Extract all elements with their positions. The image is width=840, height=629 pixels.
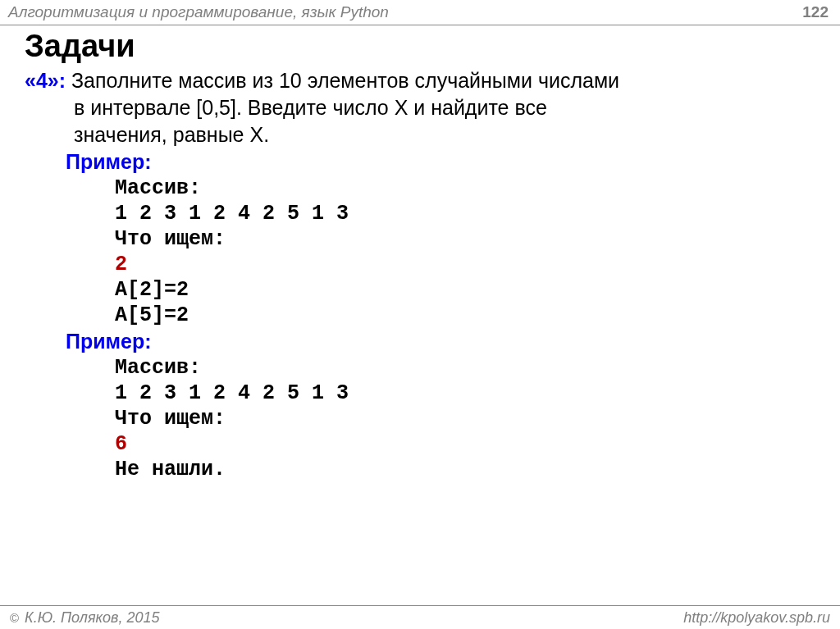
example-1-heading: Пример: bbox=[25, 148, 815, 175]
copyright-icon: © bbox=[10, 611, 19, 625]
example-2-line-5: Не нашли. bbox=[25, 457, 815, 482]
example-2-line-3: Что ищем: bbox=[25, 406, 815, 431]
page-title: Задачи bbox=[25, 29, 815, 64]
example-2-input: 6 bbox=[115, 432, 127, 456]
content-area: Задачи «4»: Заполните массив из 10 элеме… bbox=[0, 25, 840, 482]
example-1-line-1: Массив: bbox=[25, 175, 815, 201]
example-2-line-1: Массив: bbox=[25, 355, 815, 381]
example-1-line-5: A[2]=2 bbox=[25, 277, 815, 303]
footer-copyright: © К.Ю. Поляков, 2015 bbox=[10, 609, 159, 627]
task-line-2: в интервале [0,5]. Введите число X и най… bbox=[25, 94, 815, 121]
example-2-line-2: 1 2 3 1 2 4 2 5 1 3 bbox=[25, 381, 815, 406]
footer-url: http://kpolyakov.spb.ru bbox=[683, 609, 830, 627]
example-1-line-3: Что ищем: bbox=[25, 226, 815, 252]
example-1-line-2: 1 2 3 1 2 4 2 5 1 3 bbox=[25, 201, 815, 226]
grade-label: «4»: bbox=[25, 69, 66, 92]
task-line-1: «4»: Заполните массив из 10 элементов сл… bbox=[25, 67, 815, 94]
task-line-3: значения, равные X. bbox=[25, 121, 815, 148]
example-2-label: Пример: bbox=[66, 330, 152, 353]
task-text-1: Заполните массив из 10 элементов случайн… bbox=[66, 69, 619, 92]
example-2-heading: Пример: bbox=[25, 328, 815, 355]
task-text-2: в интервале [0,5]. Введите число X и най… bbox=[74, 96, 547, 119]
page-number: 122 bbox=[802, 3, 829, 21]
example-1-input: 2 bbox=[115, 253, 127, 276]
header-bar: Алгоритмизация и программирование, язык … bbox=[0, 0, 840, 25]
header-title: Алгоритмизация и программирование, язык … bbox=[8, 3, 389, 21]
example-1-line-6: A[5]=2 bbox=[25, 303, 815, 328]
footer-bar: © К.Ю. Поляков, 2015 http://kpolyakov.sp… bbox=[0, 605, 840, 629]
task-text-3: значения, равные X. bbox=[74, 123, 269, 146]
example-1-line-4: 2 bbox=[25, 252, 815, 277]
footer-copyright-text: К.Ю. Поляков, 2015 bbox=[21, 609, 159, 626]
example-2-line-4: 6 bbox=[25, 431, 815, 457]
example-1-label: Пример: bbox=[66, 150, 152, 173]
